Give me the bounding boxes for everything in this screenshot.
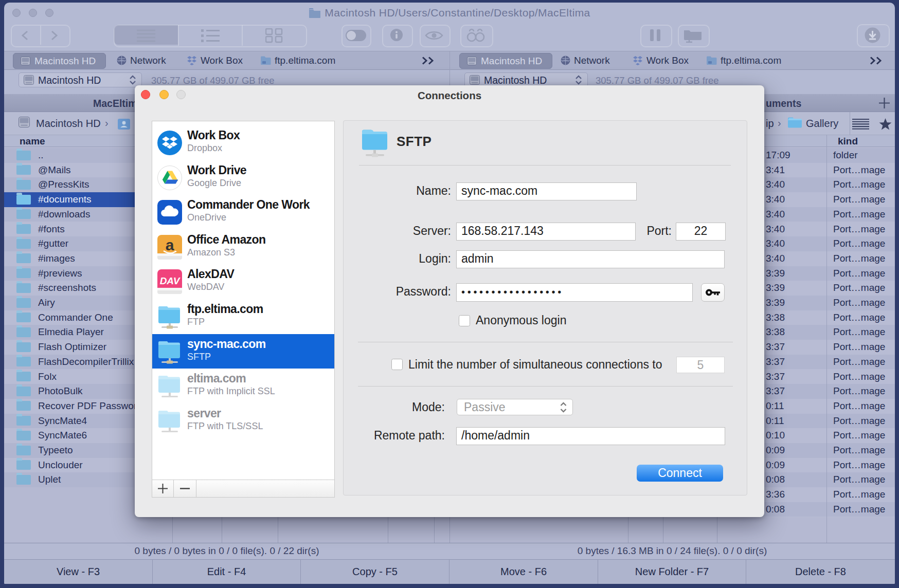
svg-text:DAV: DAV xyxy=(160,275,181,286)
svg-text:a: a xyxy=(166,236,174,253)
